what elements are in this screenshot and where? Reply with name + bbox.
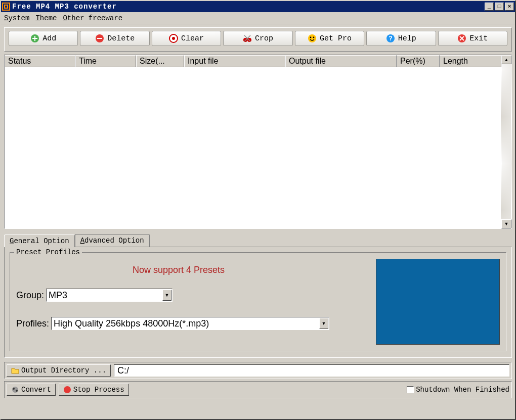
options-panel: Preset Profiles Now support 4 Presets Gr… — [4, 247, 512, 358]
shutdown-checkbox[interactable] — [407, 386, 414, 393]
svg-rect-0 — [3, 3, 10, 10]
th-size[interactable]: Size(... — [136, 55, 184, 67]
output-button-label: Output Directory ... — [21, 366, 106, 375]
th-output[interactable]: Output file — [285, 55, 397, 67]
preset-fieldset: Preset Profiles Now support 4 Presets Gr… — [10, 252, 506, 351]
preview-box — [376, 259, 500, 345]
group-label: Group: — [16, 290, 44, 301]
preset-legend: Preset Profiles — [14, 248, 82, 256]
svg-rect-1 — [5, 5, 8, 8]
output-row: Output Directory ... — [4, 362, 512, 379]
smiley-icon — [308, 34, 317, 43]
clear-button[interactable]: Clear — [152, 31, 221, 46]
svg-point-16 — [16, 390, 18, 392]
stop-label: Stop Process — [73, 386, 124, 394]
convert-button[interactable]: Convert — [7, 384, 56, 396]
svg-point-8 — [308, 34, 316, 42]
app-icon — [2, 3, 10, 11]
th-per[interactable]: Per(%) — [397, 55, 440, 67]
tab-advanced[interactable]: Advanced Option — [75, 234, 150, 247]
getpro-button[interactable]: Get Pro — [295, 31, 364, 46]
tab-general[interactable]: General Option — [4, 235, 75, 247]
scroll-down-icon[interactable]: ▼ — [501, 219, 511, 228]
file-table: Status Time Size(... Input file Output f… — [4, 55, 512, 229]
convert-icon — [11, 386, 19, 394]
options-tabs: General Option Advanced Option — [4, 234, 512, 247]
th-status[interactable]: Status — [5, 55, 75, 67]
svg-point-10 — [313, 37, 314, 38]
exit-button[interactable]: Exit — [438, 31, 507, 46]
minimize-button[interactable]: _ — [485, 3, 494, 11]
titlebar: Free MP4 MP3 converter _ □ × — [1, 1, 515, 12]
th-length[interactable]: Length — [440, 55, 501, 67]
delete-button[interactable]: Delete — [80, 31, 149, 46]
scroll-up-icon[interactable]: ▲ — [501, 55, 511, 64]
group-combo[interactable]: MP3 ▼ — [46, 289, 173, 302]
scrollbar[interactable]: ▲ ▼ — [501, 55, 511, 228]
crop-label: Crop — [255, 34, 273, 43]
window-title: Free MP4 MP3 converter — [12, 3, 484, 11]
app-window: Free MP4 MP3 converter _ □ × System Them… — [0, 0, 516, 420]
delete-label: Delete — [107, 34, 135, 43]
getpro-label: Get Pro — [320, 34, 352, 43]
svg-point-15 — [13, 388, 15, 390]
th-input[interactable]: Input file — [184, 55, 285, 67]
help-label: Help — [398, 34, 416, 43]
crop-button[interactable]: Crop — [223, 31, 292, 46]
toolbar: Add Delete Clear Crop Get Pro ? Help — [4, 27, 512, 52]
folder-icon — [11, 366, 19, 375]
profiles-value: High Quality 256kbps 48000Hz(*.mp3) — [54, 318, 209, 329]
action-row: Convert Stop Process Shutdown When Finis… — [4, 381, 512, 398]
svg-text:?: ? — [389, 35, 392, 42]
scroll-track[interactable] — [501, 64, 511, 219]
add-button[interactable]: Add — [9, 31, 78, 46]
shutdown-label: Shutdown When Finished — [416, 386, 509, 394]
add-icon — [30, 34, 39, 43]
exit-label: Exit — [469, 34, 488, 43]
close-button[interactable]: × — [505, 3, 514, 11]
clear-label: Clear — [181, 34, 204, 43]
maximize-button[interactable]: □ — [495, 3, 504, 11]
chevron-down-icon[interactable]: ▼ — [319, 318, 328, 329]
menu-other-freeware[interactable]: Other freeware — [63, 14, 122, 22]
help-button[interactable]: ? Help — [366, 31, 436, 46]
profiles-combo[interactable]: High Quality 256kbps 48000Hz(*.mp3) ▼ — [51, 317, 329, 330]
menu-theme[interactable]: Theme — [35, 14, 57, 22]
svg-point-14 — [12, 387, 18, 393]
group-value: MP3 — [49, 290, 67, 301]
table-header: Status Time Size(... Input file Output f… — [5, 55, 501, 67]
output-path-input[interactable] — [114, 364, 509, 377]
stop-icon — [63, 386, 71, 394]
svg-point-5 — [172, 37, 175, 40]
output-directory-button[interactable]: Output Directory ... — [7, 364, 111, 377]
th-time[interactable]: Time — [75, 55, 136, 67]
clear-icon — [169, 34, 178, 43]
table-body[interactable] — [5, 67, 501, 228]
exit-icon — [457, 34, 466, 43]
svg-point-17 — [64, 386, 71, 393]
delete-icon — [95, 34, 104, 43]
menu-system[interactable]: System — [4, 14, 29, 22]
chevron-down-icon[interactable]: ▼ — [162, 290, 171, 301]
convert-label: Convert — [21, 386, 51, 394]
shutdown-checkbox-wrap[interactable]: Shutdown When Finished — [407, 386, 509, 394]
add-label: Add — [42, 34, 56, 43]
svg-point-9 — [310, 37, 311, 38]
help-icon: ? — [386, 34, 395, 43]
stop-button[interactable]: Stop Process — [59, 384, 129, 396]
menubar: System Theme Other freeware — [1, 12, 515, 24]
profiles-label: Profiles: — [16, 318, 49, 329]
crop-icon — [243, 34, 252, 43]
